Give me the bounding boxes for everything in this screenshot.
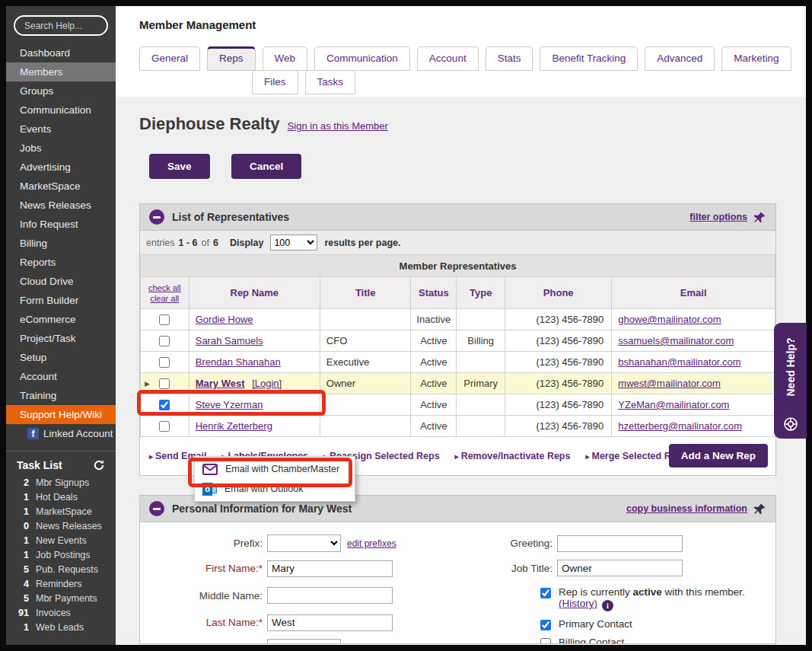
sidebar-item-dashboard[interactable]: Dashboard (6, 43, 116, 62)
merge-selected-rep-link[interactable]: ▸Merge Selected Rep (585, 451, 682, 461)
task-item[interactable]: 1Job Postings (6, 548, 116, 563)
remove-inactivate-reps-link[interactable]: ▸Remove/Inactivate Reps (455, 451, 571, 461)
clear-all-link[interactable]: clear all (141, 293, 189, 304)
billing-contact-checkbox[interactable] (540, 638, 551, 644)
email-link[interactable]: hzetterberg@mailinator.com (618, 420, 742, 432)
task-item[interactable]: 0News Releases (6, 519, 116, 534)
email-link[interactable]: bshanahan@mailinator.com (618, 356, 740, 368)
cancel-button[interactable]: Cancel (231, 154, 301, 179)
info-icon[interactable]: i (602, 600, 613, 611)
task-item[interactable]: 4Reminders (6, 577, 116, 592)
rep-name-link[interactable]: Henrik Zetterberg (196, 420, 272, 432)
rep-name-link[interactable]: Steve Yzerman (196, 399, 263, 410)
first-name-field[interactable] (267, 560, 393, 577)
greeting-field[interactable] (557, 535, 683, 552)
task-item[interactable]: 2Mbr Signups (6, 476, 116, 490)
task-item[interactable]: 91Invoices (6, 606, 116, 621)
results-per-page-select[interactable]: 100 (270, 235, 317, 251)
entries-total: 6 (213, 238, 218, 248)
tab-advanced[interactable]: Advanced (645, 46, 715, 71)
sidebar-item-advertising[interactable]: Advertising (6, 158, 116, 177)
sidebar-item-communication[interactable]: Communication (6, 101, 116, 120)
email-with-chambermaster-item[interactable]: Email with ChamberMaster (195, 459, 355, 479)
prefix-select[interactable] (267, 535, 341, 552)
email-link[interactable]: ssamuels@mailinator.com (618, 335, 734, 346)
sidebar-item-ecommerce[interactable]: eCommerce (6, 310, 116, 329)
middle-name-field[interactable] (267, 587, 393, 604)
sidebar-item-project-task[interactable]: Project/Task (6, 329, 116, 348)
sidebar-item-cloud-drive[interactable]: Cloud Drive (6, 272, 116, 291)
tab-stats[interactable]: Stats (486, 46, 533, 71)
sidebar-item-setup[interactable]: Setup (6, 348, 116, 367)
check-all-link[interactable]: check all (141, 282, 189, 293)
row-checkbox-checked[interactable] (159, 400, 170, 410)
sidebar-item-news-releases[interactable]: News Releases (6, 196, 116, 215)
sidebar-item-marketspace[interactable]: MarketSpace (6, 177, 116, 196)
rep-name-link[interactable]: Mary West (196, 378, 245, 389)
tab-marketing[interactable]: Marketing (721, 46, 791, 71)
email-link[interactable]: YZeMan@mailinator.com (618, 399, 729, 410)
need-help-tab[interactable]: Need Help? (774, 323, 807, 439)
tab-communication[interactable]: Communication (314, 46, 410, 71)
sidebar-item-linked-account[interactable]: f Linked Account (6, 424, 116, 443)
sidebar-item-training[interactable]: Training (6, 386, 116, 405)
sidebar-item-account[interactable]: Account (6, 367, 116, 386)
sidebar-item-billing[interactable]: Billing (6, 234, 116, 253)
task-item[interactable]: 1MarketSpace (6, 505, 116, 519)
pushpin-icon[interactable] (753, 503, 766, 515)
tab-web[interactable]: Web (263, 46, 308, 71)
email-with-outlook-item[interactable]: o Email with Outlook (195, 479, 355, 499)
sidebar-item-form-builder[interactable]: Form Builder (6, 291, 116, 310)
help-search-input[interactable]: Search Help... (14, 15, 108, 36)
rep-name-link[interactable]: Gordie Howe (196, 314, 253, 325)
sidebar-item-jobs[interactable]: Jobs (6, 139, 116, 158)
tab-benefit-tracking[interactable]: Benefit Tracking (540, 46, 638, 71)
sidebar-item-members[interactable]: Members (6, 62, 116, 81)
sidebar-nav: Dashboard Members Groups Communication E… (6, 43, 116, 443)
tab-files[interactable]: Files (252, 70, 298, 94)
suffix-select[interactable] (267, 639, 341, 644)
primary-contact-checkbox[interactable] (540, 620, 551, 630)
row-checkbox[interactable] (159, 336, 170, 346)
collapse-section-icon[interactable] (149, 209, 164, 225)
sidebar-item-reports[interactable]: Reports (6, 253, 116, 272)
rep-active-checkbox[interactable] (540, 588, 551, 598)
copy-business-information-link[interactable]: copy business information (626, 503, 747, 514)
tab-general[interactable]: General (139, 46, 200, 71)
rep-name-link[interactable]: Brendan Shanahan (196, 356, 281, 368)
tab-account[interactable]: Account (417, 46, 479, 71)
row-checkbox[interactable] (159, 378, 170, 389)
tab-reps[interactable]: Reps (207, 46, 256, 71)
filter-options-link[interactable]: filter options (689, 212, 747, 222)
entries-range: 1 - 6 (179, 238, 198, 248)
refresh-icon[interactable] (93, 459, 105, 471)
rep-name-link[interactable]: Sarah Samuels (196, 335, 263, 346)
history-link[interactable]: (History) (559, 598, 597, 609)
tab-tasks[interactable]: Tasks (305, 70, 356, 94)
last-name-field[interactable] (267, 614, 393, 631)
task-item[interactable]: 1Hot Deals (6, 490, 116, 505)
sidebar-item-groups[interactable]: Groups (6, 81, 116, 101)
login-link[interactable]: [Login] (252, 378, 282, 389)
sidebar-item-events[interactable]: Events (6, 120, 116, 139)
sidebar-item-support-help-wiki[interactable]: Support Help/Wiki (6, 405, 116, 424)
job-title-field[interactable] (557, 560, 683, 576)
task-item[interactable]: 1New Events (6, 534, 116, 548)
edit-suffixes-link[interactable]: edit suffixes (347, 643, 395, 645)
email-link[interactable]: ghowe@mailinator.com (618, 314, 721, 325)
row-checkbox[interactable] (159, 314, 170, 325)
sidebar-item-info-request[interactable]: Info Request (6, 215, 116, 234)
add-new-rep-button[interactable]: Add a New Rep (669, 444, 768, 468)
phone-value: (123) 456-7890 (505, 309, 612, 330)
sign-in-as-member-link[interactable]: Sign in as this Member (288, 120, 388, 132)
email-link[interactable]: mwest@mailinator.com (618, 378, 721, 389)
task-item[interactable]: 5Mbr Payments (6, 592, 116, 606)
task-item[interactable]: 1Web Leads (6, 621, 116, 635)
row-checkbox[interactable] (159, 421, 170, 432)
row-checkbox[interactable] (159, 357, 170, 368)
pushpin-icon[interactable] (753, 211, 766, 224)
task-item[interactable]: 5Pub. Requests (6, 563, 116, 577)
save-button[interactable]: Save (149, 154, 210, 179)
edit-prefixes-link[interactable]: edit prefixes (347, 538, 396, 549)
collapse-section-icon[interactable] (149, 501, 164, 516)
